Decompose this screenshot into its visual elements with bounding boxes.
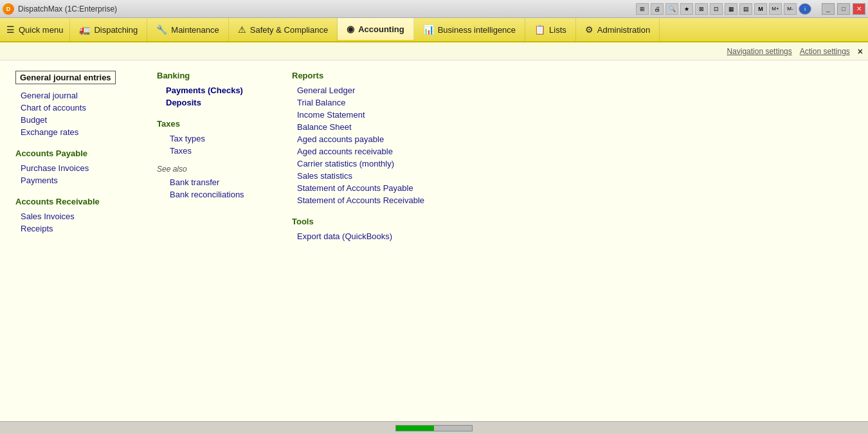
banking-heading: Banking [157,71,285,80]
chart-icon: 📊 [423,24,434,35]
menu-label-accounting: Accounting [358,24,404,34]
tb-icon-info[interactable]: i [799,3,811,15]
title-bar: D DispatchMax (1C:Enterprise) ⊞ 🖨 🔍 ★ ⊠ … [0,0,868,18]
taxes-heading: Taxes [157,119,285,129]
tb-icon-mplus[interactable]: M+ [769,3,782,15]
see-also-label: See also [157,165,285,174]
tb-icon-2[interactable]: 🖨 [651,3,664,15]
reports-heading: Reports [292,71,853,80]
menu-item-lists[interactable]: 📋 Lists [525,18,576,41]
income-statement-link[interactable]: Income Statement [292,110,853,120]
statement-accounts-receivable-link[interactable]: Statement of Accounts Receivable [292,195,853,205]
tb-icon-3[interactable]: 🔍 [665,3,678,15]
gear-icon: ⚙ [585,24,593,35]
app-title: DispatchMax (1C:Enterprise) [18,5,117,14]
menu-label-administration: Administration [597,25,650,35]
tb-icon-m[interactable]: M [754,3,767,15]
progress-bar-fill [396,426,434,431]
aged-accounts-receivable-link[interactable]: Aged accounts receivable [292,147,853,156]
menu-item-accounting[interactable]: ◉ Accounting [338,18,414,41]
toolbar-icons: ⊞ 🖨 🔍 ★ ⊠ ⊡ ▦ ▤ M M+ M- i [636,3,811,15]
menu-label-dispatching: Dispatching [94,25,138,35]
hamburger-icon: ☰ [6,24,15,35]
exchange-rates-link[interactable]: Exchange rates [15,127,150,137]
tb-icon-1[interactable]: ⊞ [636,3,649,15]
export-data-quickbooks-link[interactable]: Export data (QuickBooks) [292,231,853,241]
sales-invoices-link[interactable]: Sales Invoices [15,212,150,221]
tax-types-link[interactable]: Tax types [157,134,285,143]
settings-toolbar: Navigation settings Action settings × [0,42,868,60]
tb-icon-7[interactable]: ▦ [725,3,737,15]
tb-icon-8[interactable]: ▤ [739,3,752,15]
minimize-button[interactable]: _ [822,3,835,15]
menu-item-administration[interactable]: ⚙ Administration [576,18,660,41]
tb-icon-6[interactable]: ⊡ [710,3,723,15]
bank-reconciliations-link[interactable]: Bank reconciliations [157,190,285,199]
tb-icon-5[interactable]: ⊠ [695,3,708,15]
menu-bar: ☰ Quick menu 🚛 Dispatching 🔧 Maintenance… [0,18,868,42]
navigation-settings-link[interactable]: Navigation settings [727,47,791,56]
column-3: Reports General Ledger Trial Balance Inc… [285,71,853,411]
trial-balance-link[interactable]: Trial Balance [292,98,853,107]
payments-link[interactable]: Payments [15,176,150,185]
menu-label-maintenance: Maintenance [171,25,219,35]
truck-icon: 🚛 [79,24,90,35]
accounts-payable-heading: Accounts Payable [15,149,150,158]
general-journal-link[interactable]: General journal [15,91,150,100]
chart-of-accounts-link[interactable]: Chart of accounts [15,103,150,113]
budget-link[interactable]: Budget [15,115,150,125]
tb-icon-mminus[interactable]: M- [784,3,797,15]
column-1: General journal entries General journal … [15,71,150,411]
receipts-link[interactable]: Receipts [15,224,150,233]
payments-checks-link[interactable]: Payments (Checks) [157,86,285,95]
bank-transfer-link[interactable]: Bank transfer [157,177,285,187]
taxes-link[interactable]: Taxes [157,146,285,156]
menu-item-maintenance[interactable]: 🔧 Maintenance [147,18,228,41]
title-bar-left: D DispatchMax (1C:Enterprise) [3,3,117,15]
general-ledger-link[interactable]: General Ledger [292,86,853,95]
menu-label-lists: Lists [549,25,566,35]
purchase-invoices-link[interactable]: Purchase Invoices [15,163,150,173]
tb-icon-4[interactable]: ★ [680,3,693,15]
close-button[interactable]: ✕ [853,3,865,15]
menu-label-business-intelligence: Business intelligence [438,25,516,35]
tools-heading: Tools [292,217,853,226]
menu-item-business-intelligence[interactable]: 📊 Business intelligence [414,18,525,41]
maximize-button[interactable]: □ [837,3,850,15]
menu-label-safety-compliance: Safety & Compliance [250,25,328,35]
action-settings-link[interactable]: Action settings [800,47,850,56]
menu-item-safety-compliance[interactable]: ⚠ Safety & Compliance [229,18,338,41]
menu-item-quick-menu[interactable]: ☰ Quick menu [0,18,70,41]
progress-bar [395,425,473,431]
accounts-receivable-heading: Accounts Receivable [15,197,150,206]
menu-label-quick-menu: Quick menu [19,25,63,35]
balance-sheet-link[interactable]: Balance Sheet [292,122,853,132]
general-journal-entries-title[interactable]: General journal entries [15,71,116,84]
panel-close-button[interactable]: × [858,46,863,57]
aged-accounts-payable-link[interactable]: Aged accounts payable [292,134,853,144]
deposits-link[interactable]: Deposits [157,98,285,107]
list-icon: 📋 [534,24,545,35]
warning-icon: ⚠ [238,24,246,35]
wrench-icon: 🔧 [156,24,167,35]
sales-statistics-link[interactable]: Sales statistics [292,171,853,181]
app-icon: D [3,3,14,15]
status-bar [0,421,868,434]
carrier-statistics-link[interactable]: Carrier statistics (monthly) [292,159,853,168]
column-2: Banking Payments (Checks) Deposits Taxes… [150,71,285,411]
accounting-icon: ◉ [347,24,354,34]
menu-item-dispatching[interactable]: 🚛 Dispatching [70,18,147,41]
statement-accounts-payable-link[interactable]: Statement of Accounts Payable [292,183,853,193]
main-content: General journal entries General journal … [0,60,868,421]
